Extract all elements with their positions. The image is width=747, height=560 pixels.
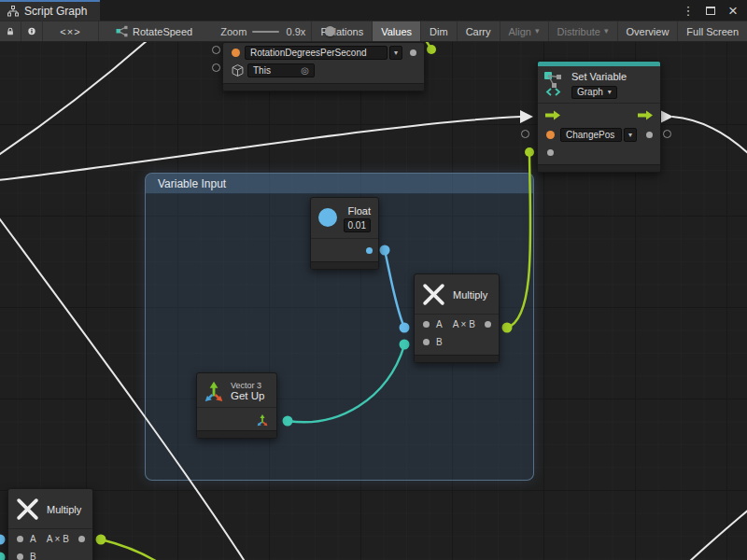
input-port-b[interactable] <box>17 553 23 560</box>
port-label-result: A × B <box>453 319 475 329</box>
maximize-glyph <box>706 7 715 15</box>
unconnected-port-ring[interactable] <box>521 130 529 138</box>
value-output-port[interactable] <box>410 49 416 56</box>
vector3-icon <box>203 380 225 402</box>
target-object-field[interactable]: This ◎ <box>247 63 315 77</box>
tabbar-spacer <box>100 0 682 21</box>
node-title: Float <box>348 205 371 217</box>
input-port-a[interactable] <box>423 321 430 328</box>
port-label-a: A <box>436 319 443 329</box>
group-header[interactable]: Variable Input <box>146 174 533 194</box>
target-object-label: This <box>253 65 271 76</box>
node-title: Get Up <box>231 390 264 401</box>
unconnected-port-ring[interactable] <box>212 46 220 54</box>
dim-button[interactable]: Dim <box>420 21 457 41</box>
full-screen-button[interactable]: Full Screen <box>677 21 747 41</box>
view-button-group: Relations Values Dim Carry Align ▾ Distr… <box>311 21 747 41</box>
port-label-result: A × B <box>47 534 69 544</box>
float-type-icon <box>318 208 337 227</box>
chevron-down-icon: ▾ <box>608 88 612 96</box>
align-button[interactable]: Align ▾ <box>500 21 548 41</box>
tab-bar: Script Graph ⋮ × <box>0 0 747 21</box>
dim-label: Dim <box>430 26 448 37</box>
lock-button[interactable] <box>0 21 21 41</box>
tab-script-graph[interactable]: Script Graph <box>0 0 100 21</box>
variable-name-label: ChangePos <box>566 130 614 140</box>
node-multiply[interactable]: Multiply A A × B B <box>414 273 500 363</box>
output-port-result[interactable] <box>485 321 491 328</box>
cube-icon <box>232 64 244 77</box>
port-label-b: B <box>436 337 443 347</box>
float-value-field[interactable]: 0.01 <box>344 218 371 232</box>
group-title: Variable Input <box>158 177 226 190</box>
chevron-down-icon: ▾ <box>604 27 609 35</box>
chevron-down-icon: ▾ <box>535 27 540 35</box>
graph-toolbar: <×> RotateSpeed Zoom 0.9x Relations Valu… <box>0 21 747 42</box>
unconnected-port-ring[interactable] <box>663 130 671 138</box>
embed-graph-icon <box>116 25 128 37</box>
unconnected-port-ring[interactable] <box>212 63 220 72</box>
chevron-down-icon[interactable]: ▾ <box>624 128 637 142</box>
info-icon <box>28 25 35 37</box>
object-picker-icon[interactable]: ◎ <box>301 65 309 76</box>
distribute-label: Distribute <box>557 26 600 37</box>
script-graph-window: Script Graph ⋮ × <×> <box>0 0 747 560</box>
distribute-button[interactable]: Distribute ▾ <box>548 21 617 41</box>
node-set-variable[interactable]: Set Variable Graph ▾ ChangePos <box>537 61 661 173</box>
node-footer <box>197 430 276 438</box>
window-controls: ⋮ × <box>682 0 747 21</box>
multiply-icon <box>16 497 39 521</box>
close-icon[interactable]: × <box>726 3 740 18</box>
variable-name-dropdown[interactable]: ChangePos <box>560 128 622 142</box>
node-vector3-get-up[interactable]: Vector 3 Get Up <box>196 372 277 439</box>
carry-label: Carry <box>466 26 491 37</box>
value-output-port[interactable] <box>646 132 653 138</box>
graph-tree-icon <box>7 6 19 17</box>
node-title: Multiply <box>47 504 81 515</box>
chevron-down-icon[interactable]: ▾ <box>389 46 402 60</box>
value-output-port[interactable] <box>366 247 373 254</box>
zoom-slider[interactable] <box>252 21 278 41</box>
values-label: Values <box>381 26 412 37</box>
float-value: 0.01 <box>348 220 366 231</box>
variable-port-icon[interactable] <box>232 49 240 57</box>
values-button[interactable]: Values <box>372 21 420 41</box>
node-title: Multiply <box>453 289 487 301</box>
input-port-b[interactable] <box>423 339 430 345</box>
multiply-icon <box>422 283 445 306</box>
node-footer <box>311 261 378 269</box>
relations-button[interactable]: Relations <box>311 21 372 41</box>
node-title: Set Variable <box>571 71 627 82</box>
variable-port-icon[interactable] <box>546 131 555 139</box>
overview-label: Overview <box>627 26 669 37</box>
node-float-literal[interactable]: Float 0.01 <box>310 197 379 270</box>
value-input-port[interactable] <box>547 149 554 156</box>
node-footer <box>415 355 499 362</box>
flow-input-port-icon[interactable] <box>545 110 560 120</box>
full-screen-label: Full Screen <box>686 26 739 37</box>
variable-name-dropdown[interactable]: RotationDegreesPerSecond <box>245 46 388 60</box>
zoom-slider-track[interactable] <box>252 31 278 33</box>
inspect-button[interactable] <box>21 21 43 41</box>
code-view-button[interactable]: <×> <box>43 21 99 41</box>
overview-button[interactable]: Overview <box>617 21 678 41</box>
vector3-output-port-icon[interactable] <box>256 413 269 427</box>
zoom-label: Zoom <box>220 21 247 41</box>
carry-button[interactable]: Carry <box>457 21 500 41</box>
node-get-variable[interactable]: RotationDegreesPerSecond ▾ This ◎ <box>222 42 425 91</box>
window-menu-icon[interactable]: ⋮ <box>682 3 695 18</box>
port-label-a: A <box>30 534 36 544</box>
input-port-a[interactable] <box>17 536 23 542</box>
node-footer <box>223 83 424 91</box>
node-type-label: Vector 3 <box>231 381 264 390</box>
node-multiply-bottom[interactable]: Multiply A A × B B <box>7 488 93 560</box>
variable-scope-dropdown[interactable]: Graph ▾ <box>571 86 617 99</box>
graph-variable-icon <box>543 71 566 96</box>
graph-reference[interactable]: RotateSpeed <box>116 21 192 41</box>
zoom-value: 0.9x <box>287 21 306 41</box>
output-port-result[interactable] <box>78 536 85 542</box>
flow-output-port-icon[interactable] <box>638 110 653 120</box>
port-label-b: B <box>30 552 36 560</box>
node-footer <box>538 164 660 172</box>
maximize-icon[interactable] <box>704 3 717 18</box>
